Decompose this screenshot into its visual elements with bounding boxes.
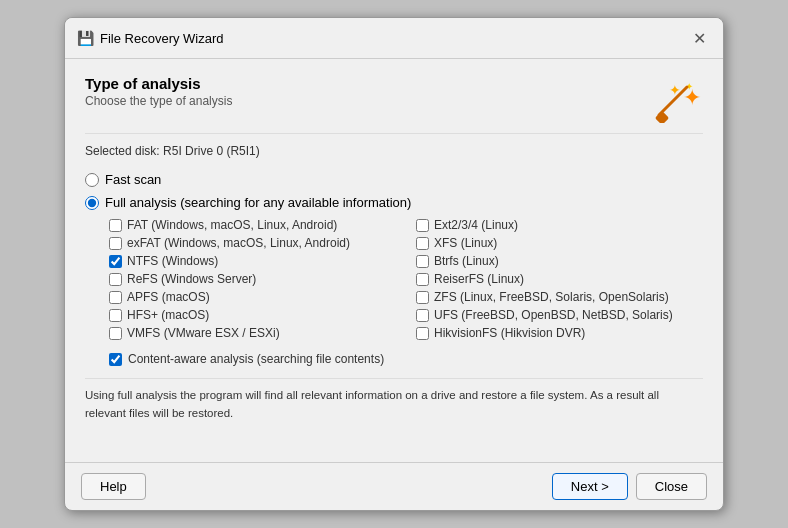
content-aware-option[interactable]: Content-aware analysis (searching file c…: [109, 352, 703, 366]
section-header: Type of analysis Choose the type of anal…: [85, 75, 703, 123]
checkbox-fat[interactable]: [109, 219, 122, 232]
checkbox-hikvision[interactable]: [416, 327, 429, 340]
selected-disk-label: Selected disk: R5I Drive 0 (R5I1): [85, 133, 703, 158]
title-bar-left: 💾 File Recovery Wizard: [77, 30, 224, 46]
label-hfsplus: HFS+ (macOS): [127, 308, 209, 322]
filesystem-item-hfsplus[interactable]: HFS+ (macOS): [109, 308, 396, 322]
label-refs: ReFS (Windows Server): [127, 272, 256, 286]
close-title-btn[interactable]: ✕: [687, 26, 711, 50]
filesystem-grid: FAT (Windows, macOS, Linux, Android)Ext2…: [109, 218, 703, 340]
filesystem-item-exfat[interactable]: exFAT (Windows, macOS, Linux, Android): [109, 236, 396, 250]
checkbox-exfat[interactable]: [109, 237, 122, 250]
filesystem-item-refs[interactable]: ReFS (Windows Server): [109, 272, 396, 286]
label-reiserfs: ReiserFS (Linux): [434, 272, 524, 286]
filesystem-item-zfs[interactable]: ZFS (Linux, FreeBSD, Solaris, OpenSolari…: [416, 290, 703, 304]
checkbox-refs[interactable]: [109, 273, 122, 286]
file-recovery-wizard-dialog: 💾 File Recovery Wizard ✕ Type of analysi…: [64, 17, 724, 511]
checkbox-hfsplus[interactable]: [109, 309, 122, 322]
full-analysis-text: Full analysis (searching for any availab…: [105, 195, 411, 210]
checkbox-reiserfs[interactable]: [416, 273, 429, 286]
title-bar: 💾 File Recovery Wizard ✕: [65, 18, 723, 59]
dialog-footer: Help Next > Close: [65, 462, 723, 510]
fast-scan-label[interactable]: Fast scan: [85, 172, 703, 187]
full-analysis-radio[interactable]: [85, 196, 99, 210]
close-button[interactable]: Close: [636, 473, 707, 500]
wizard-icon: ✦ ✦ ✦: [655, 75, 703, 123]
label-ufs: UFS (FreeBSD, OpenBSD, NetBSD, Solaris): [434, 308, 673, 322]
label-fat: FAT (Windows, macOS, Linux, Android): [127, 218, 337, 232]
footer-right-buttons: Next > Close: [552, 473, 707, 500]
dialog-icon: 💾: [77, 30, 94, 46]
checkbox-vmfs[interactable]: [109, 327, 122, 340]
section-title: Type of analysis: [85, 75, 232, 92]
header-text-group: Type of analysis Choose the type of anal…: [85, 75, 232, 108]
dialog-title: File Recovery Wizard: [100, 31, 224, 46]
dialog-body: Type of analysis Choose the type of anal…: [65, 59, 723, 462]
full-analysis-option: Full analysis (searching for any availab…: [85, 195, 703, 210]
section-subtitle: Choose the type of analysis: [85, 94, 232, 108]
filesystem-item-reiserfs[interactable]: ReiserFS (Linux): [416, 272, 703, 286]
label-btrfs: Btrfs (Linux): [434, 254, 499, 268]
label-zfs: ZFS (Linux, FreeBSD, Solaris, OpenSolari…: [434, 290, 669, 304]
checkbox-btrfs[interactable]: [416, 255, 429, 268]
label-exfat: exFAT (Windows, macOS, Linux, Android): [127, 236, 350, 250]
label-vmfs: VMFS (VMware ESX / ESXi): [127, 326, 280, 340]
label-ntfs: NTFS (Windows): [127, 254, 218, 268]
fast-scan-radio[interactable]: [85, 173, 99, 187]
filesystem-item-vmfs[interactable]: VMFS (VMware ESX / ESXi): [109, 326, 396, 340]
next-button[interactable]: Next >: [552, 473, 628, 500]
checkbox-zfs[interactable]: [416, 291, 429, 304]
filesystem-item-btrfs[interactable]: Btrfs (Linux): [416, 254, 703, 268]
filesystem-item-fat[interactable]: FAT (Windows, macOS, Linux, Android): [109, 218, 396, 232]
help-button[interactable]: Help: [81, 473, 146, 500]
content-aware-checkbox[interactable]: [109, 353, 122, 366]
checkbox-ext234[interactable]: [416, 219, 429, 232]
label-ext234: Ext2/3/4 (Linux): [434, 218, 518, 232]
filesystem-item-ufs[interactable]: UFS (FreeBSD, OpenBSD, NetBSD, Solaris): [416, 308, 703, 322]
label-xfs: XFS (Linux): [434, 236, 497, 250]
svg-rect-4: [655, 111, 669, 123]
filesystem-item-ext234[interactable]: Ext2/3/4 (Linux): [416, 218, 703, 232]
checkbox-xfs[interactable]: [416, 237, 429, 250]
checkbox-apfs[interactable]: [109, 291, 122, 304]
description-text: Using full analysis the program will fin…: [85, 378, 703, 430]
filesystem-item-xfs[interactable]: XFS (Linux): [416, 236, 703, 250]
fast-scan-text: Fast scan: [105, 172, 161, 187]
filesystem-item-ntfs[interactable]: NTFS (Windows): [109, 254, 396, 268]
label-apfs: APFS (macOS): [127, 290, 210, 304]
full-analysis-label[interactable]: Full analysis (searching for any availab…: [85, 195, 703, 210]
checkbox-ufs[interactable]: [416, 309, 429, 322]
label-hikvision: HikvisionFS (Hikvision DVR): [434, 326, 585, 340]
content-aware-label: Content-aware analysis (searching file c…: [128, 352, 384, 366]
fast-scan-option: Fast scan: [85, 172, 703, 187]
checkbox-ntfs[interactable]: [109, 255, 122, 268]
filesystem-item-hikvision[interactable]: HikvisionFS (Hikvision DVR): [416, 326, 703, 340]
filesystem-item-apfs[interactable]: APFS (macOS): [109, 290, 396, 304]
